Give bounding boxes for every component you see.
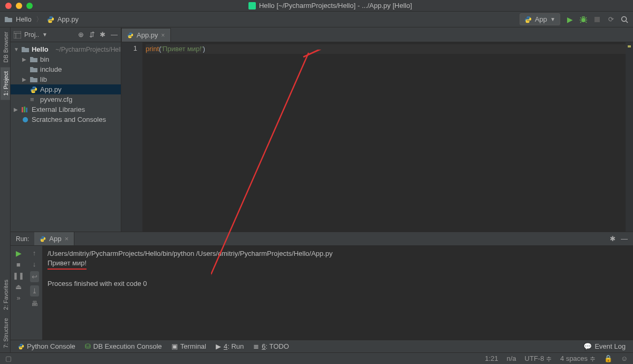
collapse-icon[interactable]: ⇵ xyxy=(89,31,95,39)
svg-point-8 xyxy=(23,117,28,122)
gear-icon[interactable]: ✱ xyxy=(100,31,106,39)
project-panel-tools: ⊕ ⇵ ✱ — xyxy=(75,31,118,39)
python-file-icon xyxy=(47,16,54,23)
tab-python-console[interactable]: Python Console xyxy=(18,342,75,350)
chevron-down-icon[interactable]: ▼ xyxy=(42,32,47,37)
readonly-lock-icon[interactable]: 🔒 xyxy=(604,355,612,362)
print-icon[interactable]: 🖶 xyxy=(31,300,38,308)
tab-terminal[interactable]: ▣Terminal xyxy=(171,342,206,350)
run-tab[interactable]: App × xyxy=(34,232,74,245)
breadcrumb-file[interactable]: App.py xyxy=(57,15,79,23)
inspection-marker[interactable] xyxy=(628,45,631,47)
title-bar: Hello [~/PycharmProjects/Hello] - .../Ap… xyxy=(0,0,633,12)
run-console[interactable]: /Users/dmitriy/PycharmProjects/Hello/bin… xyxy=(42,246,633,340)
main-area: Proj.. ▼ ⊕ ⇵ ✱ — ▼ Hello ~/PycharmProjec… xyxy=(11,27,633,352)
run-tool-window: Run: App × ✱ — ▶ ■ ❚❚ ⏏ » ↑ ↓ ↩ xyxy=(11,232,633,340)
tree-item[interactable]: ▶bin xyxy=(11,54,121,64)
tree-item[interactable]: ≡pyvenv.cfg xyxy=(11,94,121,104)
project-panel-header: Proj.. ▼ ⊕ ⇵ ✱ — xyxy=(11,27,121,42)
folder-icon xyxy=(4,16,13,23)
breadcrumb-separator: 〉 xyxy=(36,15,43,24)
tree-root-path: ~/PycharmProjects/Hello xyxy=(55,46,121,53)
zoom-window-icon[interactable] xyxy=(26,3,33,9)
toolbar: Hello 〉 App.py App ▼ ▶ ⟳ xyxy=(0,12,633,27)
editor-tab-label: App.py xyxy=(137,31,158,39)
indent[interactable]: 4 spaces ≑ xyxy=(560,355,596,362)
sidebar-tab-structure[interactable]: 7: Structure xyxy=(1,314,10,352)
tree-root[interactable]: ▼ Hello ~/PycharmProjects/Hello xyxy=(11,44,121,54)
dump-icon[interactable]: » xyxy=(16,294,20,302)
breadcrumb-root[interactable]: Hello xyxy=(16,15,32,23)
close-tab-icon[interactable]: × xyxy=(161,32,165,39)
git-update-icon[interactable]: ⟳ xyxy=(607,15,615,24)
up-icon[interactable]: ↑ xyxy=(33,249,36,257)
down-icon[interactable]: ↓ xyxy=(33,260,36,268)
close-tab-icon[interactable]: × xyxy=(65,235,69,243)
svg-rect-7 xyxy=(26,108,27,112)
sidebar-tab-favorites[interactable]: 2: Favorites xyxy=(1,275,10,314)
svg-rect-5 xyxy=(22,107,23,112)
svg-point-1 xyxy=(581,18,586,22)
chevron-down-icon: ▼ xyxy=(550,16,555,22)
hide-icon[interactable]: — xyxy=(111,31,118,39)
run-left-toolbar: ▶ ■ ❚❚ ⏏ » xyxy=(11,246,26,340)
window-title-text: Hello [~/PycharmProjects/Hello] - .../Ap… xyxy=(259,2,412,9)
target-icon[interactable]: ⊕ xyxy=(78,31,84,39)
svg-rect-2 xyxy=(594,17,600,22)
console-exit: Process finished with exit code 0 xyxy=(47,279,628,289)
tree-scratches[interactable]: Scratches and Consoles xyxy=(11,114,121,124)
svg-rect-6 xyxy=(24,107,25,112)
rerun-button[interactable]: ▶ xyxy=(16,249,22,257)
tree-external-libs[interactable]: ▶External Libraries xyxy=(11,104,121,114)
tree-item[interactable]: include xyxy=(11,64,121,74)
line-sep[interactable]: n/a xyxy=(507,355,516,362)
tab-run[interactable]: ▶4: Run xyxy=(216,342,244,350)
encoding[interactable]: UTF-8 ≑ xyxy=(525,355,552,362)
python-icon xyxy=(40,236,46,242)
project-view-icon xyxy=(14,31,21,39)
svg-rect-0 xyxy=(248,2,256,9)
stop-button[interactable]: ■ xyxy=(16,261,21,269)
tab-db-console[interactable]: ⛁DB Execution Console xyxy=(85,342,162,350)
project-tree: ▼ Hello ~/PycharmProjects/Hello ▶bin inc… xyxy=(11,42,121,232)
breadcrumb: Hello 〉 App.py xyxy=(4,15,79,24)
scroll-end-icon[interactable]: ⤓ xyxy=(30,285,39,296)
console-command: /Users/dmitriy/PycharmProjects/Hello/bin… xyxy=(47,249,628,258)
svg-rect-4 xyxy=(14,31,21,39)
console-output: Привет мир! xyxy=(47,258,87,270)
inspections-icon[interactable]: ☺ xyxy=(621,355,628,362)
run-config-picker[interactable]: App ▼ xyxy=(520,13,560,25)
folder-icon xyxy=(22,46,29,53)
gear-icon[interactable]: ✱ xyxy=(610,235,616,243)
code-text-area[interactable]: print('Привет мир!') xyxy=(142,42,626,232)
pause-icon[interactable]: ❚❚ xyxy=(13,272,24,280)
tree-item-selected[interactable]: App.py xyxy=(11,84,121,94)
run-config-name: App xyxy=(535,15,547,23)
tab-todo[interactable]: ≣6: TODO xyxy=(253,342,289,350)
debug-button[interactable] xyxy=(579,15,588,24)
cursor-position[interactable]: 1:21 xyxy=(485,355,498,362)
editor-tab[interactable]: App.py × xyxy=(121,28,171,42)
tree-item[interactable]: ▶lib xyxy=(11,74,121,84)
close-window-icon[interactable] xyxy=(5,3,12,9)
sidebar-tab-project[interactable]: 1: Project xyxy=(1,67,10,100)
run-panel-header: Run: App × ✱ — xyxy=(11,232,633,246)
soft-wrap-icon[interactable]: ↩ xyxy=(30,271,39,282)
run-mid-toolbar: ↑ ↓ ↩ ⤓ 🖶 xyxy=(26,246,42,340)
status-windows-icon[interactable]: ▢ xyxy=(5,355,12,362)
tab-event-log[interactable]: 💬Event Log xyxy=(583,342,626,350)
search-icon[interactable] xyxy=(620,15,629,24)
run-button[interactable]: ▶ xyxy=(565,15,574,24)
python-file-icon xyxy=(127,32,133,39)
line-number: 1 xyxy=(121,44,137,52)
sidebar-tab-db-browser[interactable]: DB Browser xyxy=(1,27,10,67)
project-header-label[interactable]: Proj.. xyxy=(24,31,39,39)
editor-area: App.py × 1 print('Привет мир!') xyxy=(121,27,633,232)
minimize-window-icon[interactable] xyxy=(16,3,22,9)
hide-icon[interactable]: — xyxy=(621,235,628,243)
stop-button[interactable] xyxy=(593,15,601,24)
pycharm-icon xyxy=(248,2,256,9)
code-editor[interactable]: 1 print('Привет мир!') xyxy=(121,42,633,232)
exit-icon[interactable]: ⏏ xyxy=(15,283,22,291)
toolbar-right: App ▼ ▶ ⟳ xyxy=(520,13,629,25)
